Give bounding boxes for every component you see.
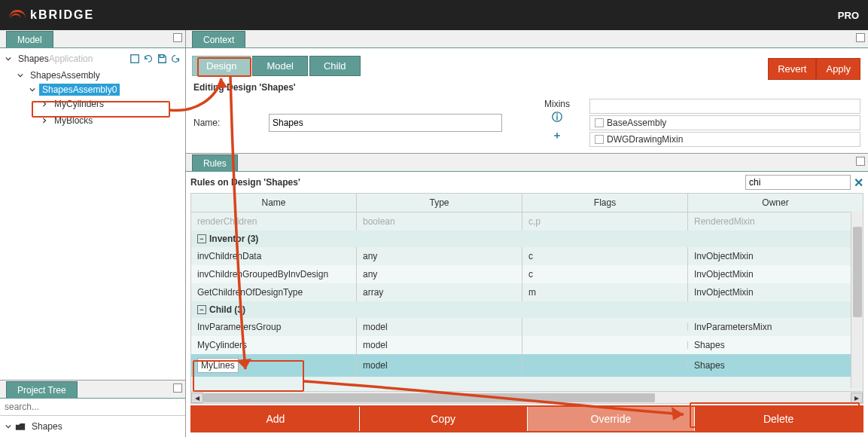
cell-name: invChildrenGroupedByInvDesign [191, 265, 357, 283]
subtab-model[interactable]: Model [252, 56, 307, 76]
table-row[interactable]: invChildrenDataanycInvObjectMixin [191, 247, 863, 265]
tab-rules[interactable]: Rules [192, 154, 238, 171]
save-icon[interactable] [157, 53, 167, 64]
project-row-shapes[interactable]: Shapes [5, 420, 181, 432]
cell-name: MyCylinders [191, 336, 357, 354]
col-owner[interactable]: Owner [688, 194, 863, 212]
horizontal-scrollbar[interactable]: ◂ ▸ [191, 391, 863, 403]
cell-flags [522, 341, 688, 349]
project-label: Shapes [29, 420, 65, 432]
mixin-row-dwgdrawingmixin[interactable]: DWGDrawingMixin [589, 132, 860, 147]
table-row[interactable]: invChildrenGroupedByInvDesignanycInvObje… [191, 265, 863, 283]
chevron-down-icon[interactable] [29, 86, 36, 93]
col-flags[interactable]: Flags [522, 194, 688, 212]
clear-search-icon[interactable]: ✕ [854, 176, 863, 190]
scroll-thumb[interactable] [853, 227, 862, 317]
tree-root-label: ShapesApplication [15, 53, 96, 65]
delete-button[interactable]: Delete [695, 407, 862, 431]
refresh-icon[interactable] [143, 53, 154, 64]
table-row[interactable]: MyCylindersmodelShapes [191, 336, 863, 354]
override-button[interactable]: Override [528, 407, 696, 431]
mixins-label: Mixins [544, 99, 570, 109]
cell-type: model [357, 356, 522, 374]
scroll-thumb[interactable] [203, 393, 655, 402]
table-row-selected[interactable]: MyLinesmodelShapes [191, 354, 863, 377]
context-panel-tabstrip: Context [186, 30, 868, 48]
project-tree-tabstrip: Project Tree [0, 380, 185, 399]
chevron-down-icon[interactable] [5, 423, 12, 430]
cell-name-editing[interactable]: MyLines [191, 354, 357, 377]
cell-flags: c [522, 247, 688, 265]
model-panel-min-icon[interactable] [173, 33, 182, 42]
apply-button[interactable]: Apply [816, 58, 860, 80]
revert-button[interactable]: Revert [768, 58, 816, 80]
add-button[interactable]: Add [192, 407, 360, 431]
table-row[interactable]: GetChildrenOfDesignTypearraymInvObjectMi… [191, 283, 863, 301]
tree-row-shapesassembly0[interactable]: ShapesAssembly0 [29, 84, 181, 96]
folder-icon [15, 422, 26, 431]
table-row[interactable]: InvParametersGroupmodelInvParametersMixn [191, 318, 863, 336]
subtab-child[interactable]: Child [309, 56, 361, 76]
chevron-right-icon[interactable] [41, 117, 48, 124]
view-icon[interactable] [129, 53, 140, 64]
name-input[interactable] [269, 114, 502, 132]
context-panel-ctrl-icon[interactable] [856, 33, 865, 42]
mixin-input-empty[interactable] [589, 99, 860, 114]
group-row-inventor[interactable]: −Inventor (3) [191, 231, 863, 247]
plus-icon[interactable]: ＋ [552, 129, 562, 142]
scroll-left-icon[interactable]: ◂ [191, 393, 203, 403]
col-type[interactable]: Type [357, 194, 522, 212]
tree-label: ShapesAssembly [27, 69, 103, 81]
tab-model[interactable]: Model [6, 31, 53, 47]
topbar: kBRIDGE PRO [0, 0, 868, 30]
checkbox-icon[interactable] [595, 135, 604, 144]
cell-owner: Shapes [688, 336, 863, 354]
cell-owner: InvObjectMixin [688, 247, 863, 265]
rules-panel-ctrl-icon[interactable] [856, 157, 865, 166]
tree-root-row[interactable]: ShapesApplication [5, 53, 96, 65]
model-tree-body: ShapesApplication [0, 48, 185, 380]
cell-type: any [357, 247, 522, 265]
group-title: Inventor (3) [209, 234, 258, 244]
cell-type: model [357, 336, 522, 354]
cell-name: invChildrenData [191, 247, 357, 265]
group-row-child[interactable]: −Child (3) [191, 301, 863, 318]
project-panel-ctrl-icon[interactable] [173, 384, 182, 393]
chevron-down-icon[interactable] [5, 55, 12, 63]
cell-flags: m [522, 283, 688, 301]
cell-name: GetChildrenOfDesignType [191, 283, 357, 301]
rules-search-input[interactable] [745, 175, 851, 190]
tree-row-mycylinders[interactable]: MyCylinders [41, 98, 181, 110]
tab-project-tree[interactable]: Project Tree [6, 381, 78, 398]
mixin-label: BaseAssembly [607, 118, 666, 128]
editing-heading: Editing Design 'Shapes' [192, 78, 862, 96]
model-panel-tabstrip: Model [0, 30, 185, 48]
tree-row-shapesassembly[interactable]: ShapesAssembly [17, 69, 181, 81]
group-title: Child (3) [209, 304, 245, 315]
tree-row-myblocks[interactable]: MyBlocks [41, 115, 181, 127]
scroll-right-icon[interactable]: ▸ [851, 393, 863, 403]
mixin-label: DWGDrawingMixin [607, 134, 683, 145]
collapse-icon[interactable]: − [197, 305, 206, 314]
brand-text: kBRIDGE [30, 8, 94, 22]
svg-rect-0 [131, 55, 139, 63]
chevron-down-icon[interactable] [17, 72, 24, 79]
tab-context[interactable]: Context [192, 31, 245, 47]
refresh2-icon[interactable] [170, 53, 181, 64]
vertical-scrollbar[interactable] [851, 212, 863, 388]
chevron-right-icon[interactable] [41, 100, 48, 108]
cell-type: model [357, 318, 522, 336]
table-row[interactable]: renderChildren boolean c,p RenderedMixin [191, 212, 863, 231]
copy-button[interactable]: Copy [360, 407, 528, 431]
collapse-icon[interactable]: − [197, 234, 206, 243]
subtab-design[interactable]: Design [192, 56, 251, 76]
checkbox-icon[interactable] [595, 118, 604, 127]
cell-owner: InvObjectMixin [688, 283, 863, 301]
mixin-row-baseassembly[interactable]: BaseAssembly [589, 115, 860, 130]
cell-owner: Shapes [688, 356, 863, 374]
logo-arc-icon [9, 10, 26, 20]
col-name[interactable]: Name [191, 194, 357, 212]
info-icon[interactable]: ⓘ [552, 111, 562, 124]
name-label: Name: [193, 118, 269, 128]
project-search-input[interactable] [0, 399, 185, 416]
